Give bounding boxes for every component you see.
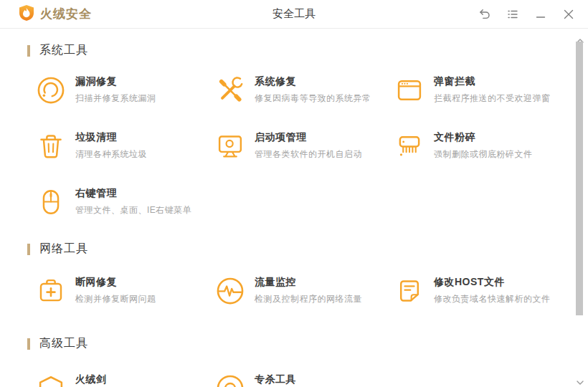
section-bar xyxy=(27,244,30,255)
section-title: 高级工具 xyxy=(39,336,88,351)
system-repair-icon xyxy=(215,74,245,107)
scrollbar-thumb[interactable] xyxy=(576,42,583,315)
section-header-system-tools: 系统工具 xyxy=(27,43,588,58)
tool-item-huorong-sword[interactable]: 火绒剑 xyxy=(36,372,215,387)
tool-title: 系统修复 xyxy=(255,75,371,87)
tool-item-system-repair[interactable]: 系统修复 修复因病毒等导致的系统异常 xyxy=(215,74,394,108)
brand-name: 火绒安全 xyxy=(40,6,92,22)
special-kill-icon xyxy=(215,372,245,387)
host-file-icon xyxy=(394,274,425,307)
undo-arrow-icon[interactable] xyxy=(478,8,491,21)
section-title: 系统工具 xyxy=(39,43,88,58)
section-bar xyxy=(27,45,30,57)
advanced-tools-grid: 火绒剑 专杀工具 xyxy=(36,372,588,387)
tool-desc: 管理各类软件的开机自启动 xyxy=(255,148,362,161)
section-title: 网络工具 xyxy=(39,242,88,257)
minimize-icon[interactable] xyxy=(534,8,547,21)
tool-desc: 管理文件、桌面、IE右键菜单 xyxy=(75,204,191,216)
tool-item-file-shredder[interactable]: 文件粉碎 强制删除或彻底粉碎文件 xyxy=(394,130,574,164)
section-bar xyxy=(27,338,30,350)
tool-title: 漏洞修复 xyxy=(75,75,156,87)
scrollbar xyxy=(574,29,588,387)
network-repair-icon xyxy=(36,274,66,307)
tool-title: 火绒剑 xyxy=(75,373,107,386)
section-header-advanced-tools: 高级工具 xyxy=(27,336,588,351)
tool-item-special-kill[interactable]: 专杀工具 xyxy=(215,372,394,387)
tool-item-junk-clean[interactable]: 垃圾清理 清理各种系统垃圾 xyxy=(36,130,215,164)
file-shredder-icon xyxy=(394,130,425,163)
tool-title: 文件粉碎 xyxy=(434,131,533,143)
list-menu-icon[interactable] xyxy=(506,8,519,21)
close-icon[interactable] xyxy=(562,8,575,21)
brand-shield-flame-icon xyxy=(19,4,34,24)
tool-title: 修改HOST文件 xyxy=(434,276,551,288)
tool-desc: 清理各种系统垃圾 xyxy=(75,148,147,161)
system-tools-grid: 漏洞修复 扫描并修复系统漏洞 系统修复 修复因病毒等导致的系统异常 xyxy=(36,74,588,220)
tool-item-network-repair[interactable]: 断网修复 检测并修复断网问题 xyxy=(36,274,215,309)
right-click-manager-icon xyxy=(36,186,66,219)
tool-title: 启动项管理 xyxy=(255,131,362,143)
tool-desc: 检测并修复断网问题 xyxy=(75,293,156,305)
tool-desc: 修复因病毒等导致的系统异常 xyxy=(255,92,371,105)
tool-desc: 强制删除或彻底粉碎文件 xyxy=(434,148,533,161)
tool-desc: 检测及控制程序的网络流量 xyxy=(255,293,362,305)
tool-item-traffic-monitor[interactable]: 流量监控 检测及控制程序的网络流量 xyxy=(215,274,394,309)
tool-desc: 扫描并修复系统漏洞 xyxy=(75,92,156,105)
tool-desc: 拦截程序推送的不受欢迎弹窗 xyxy=(434,92,551,105)
scroll-up-icon[interactable] xyxy=(576,34,584,39)
window-controls xyxy=(478,8,575,21)
tool-item-host-file[interactable]: 修改HOST文件 修改负责域名快速解析的文件 xyxy=(394,274,574,309)
tool-item-startup-manager[interactable]: 启动项管理 管理各类软件的开机自启动 xyxy=(215,130,394,164)
tool-title: 断网修复 xyxy=(75,276,156,288)
tool-title: 专杀工具 xyxy=(255,373,296,386)
huorong-sword-icon xyxy=(36,372,66,387)
scroll-down-icon[interactable] xyxy=(576,376,584,381)
vulnerability-fix-icon xyxy=(36,74,66,107)
tool-title: 弹窗拦截 xyxy=(434,75,551,87)
tool-title: 流量监控 xyxy=(255,276,362,288)
tool-item-popup-blocker[interactable]: 弹窗拦截 拦截程序推送的不受欢迎弹窗 xyxy=(394,74,574,108)
tool-title: 垃圾清理 xyxy=(75,131,147,143)
tool-title: 右键管理 xyxy=(75,187,191,199)
titlebar: 火绒安全 安全工具 xyxy=(0,0,588,29)
network-tools-grid: 断网修复 检测并修复断网问题 流量监控 检测及控制程序的网络流量 xyxy=(36,274,588,309)
app-brand: 火绒安全 xyxy=(19,4,92,24)
tool-item-vulnerability-fix[interactable]: 漏洞修复 扫描并修复系统漏洞 xyxy=(36,74,215,108)
traffic-monitor-icon xyxy=(215,274,245,307)
tools-page: 系统工具 漏洞修复 扫描并修复系统漏洞 xyxy=(0,43,588,387)
junk-clean-icon xyxy=(36,130,66,163)
tool-desc: 修改负责域名快速解析的文件 xyxy=(434,293,551,305)
popup-blocker-icon xyxy=(394,74,425,107)
startup-manager-icon xyxy=(215,130,245,163)
tool-item-right-click-manager[interactable]: 右键管理 管理文件、桌面、IE右键菜单 xyxy=(36,186,215,220)
section-header-network-tools: 网络工具 xyxy=(27,242,588,257)
